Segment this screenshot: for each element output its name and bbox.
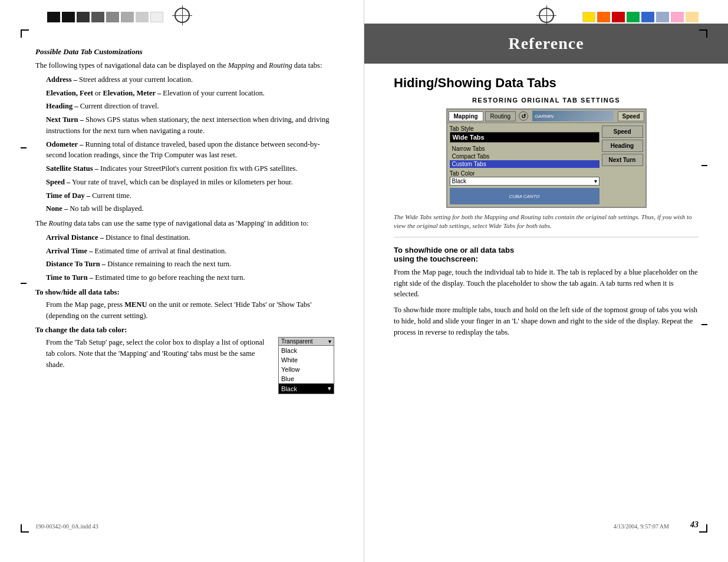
item-heading: Heading – Current direction of travel. [35,101,334,112]
reference-title: Reference [364,34,728,53]
color-text: From the 'Tab Setup' page, select the co… [46,337,272,370]
rbar-7 [671,12,684,22]
touchscreen-para2: To show/hide more multiple tabs, touch a… [394,305,699,338]
device-map-preview: GARMIN [532,111,614,121]
rbar-5 [641,12,654,22]
item-arrival-time: Arrival Time – Estimated time of arrival… [35,246,334,257]
corner-mark-tl [21,29,29,38]
right-main-content: Hiding/Showing Data Tabs RESTORING ORIGI… [394,75,699,338]
rbar-8 [686,12,699,22]
side-mark-right-2 [701,324,707,325]
top-bar-left [47,12,163,22]
caption-text: The Wide Tabs setting for both the Mappi… [394,213,699,231]
divider [394,237,699,237]
rbar-2 [597,12,610,22]
tab-routing: Routing [485,111,516,121]
rbar-6 [656,12,669,22]
tab-color-row: Tab Color Black ▾ [450,170,599,186]
side-mark-right-1 [701,165,707,166]
color-option-black2: Black▾ [279,384,334,394]
color-option-white: White [279,355,334,365]
tab-style-label: Tab Style [450,125,599,132]
option-compact: Compact Tabs [450,153,599,160]
map-strip: CUBA CANTO [450,188,599,204]
reference-header: Reference [364,24,728,64]
left-column: Possible Data Tab Customizations The fol… [0,0,364,562]
tab-style-row: Tab Style Wide Tabs [450,125,599,143]
dropdown-arrow-icon: ▾ [328,338,331,345]
color-option-yellow: Yellow [279,365,334,374]
page-number: 43 [690,520,699,530]
main-heading: Hiding/Showing Data Tabs [394,75,699,91]
map-label: GARMIN [535,114,554,119]
rbar-3 [612,12,625,22]
side-mark-left-2 [21,283,27,284]
footer-right: 4/13/2004, 9:57:07 AM [614,523,669,530]
show-hide-heading: To show/hide all data tabs: [35,288,334,297]
color-val: Black [452,178,466,184]
tab-style-value: Wide Tabs [450,132,599,143]
bar-3 [77,12,90,22]
item-satellite: Satellite Status – Indicates your Street… [35,163,334,174]
item-distance-to-turn: Distance To Turn – Distance remaining to… [35,259,334,270]
item-none: None – No tab will be displayed. [35,203,334,214]
item-time-to-turn: Time to Turn – Estimated time to go befo… [35,272,334,283]
right-tab-next-turn: Next Turn [602,154,643,166]
top-bar-right [582,12,699,22]
item-speed: Speed – Your rate of travel, which can b… [35,177,334,188]
bar-2 [62,12,75,22]
crosshair-icon [174,8,190,23]
rbar-4 [627,12,640,22]
item-elevation: Elevation, Feet or Elevation, Meter – El… [35,88,334,99]
color-dropdown-header: Transparent ▾ [279,338,334,346]
tab-color-value: Black ▾ [450,177,599,186]
intro-text: The following types of navigational data… [35,60,334,71]
device-body: Tab Style Wide Tabs Narrow Tabs Compact … [447,123,645,207]
device-screenshot: Mapping Routing ↺ GARMIN Speed [446,108,647,208]
rbar-1 [582,12,595,22]
tab-mapping: Mapping [449,111,483,121]
item-address: Address – Street address at your current… [35,74,334,85]
touchscreen-para1: From the Map page, touch the individual … [394,267,699,300]
routing-intro: The Routing data tabs can use the same t… [35,218,334,229]
show-hide-text: From the Map page, press MENU on the uni… [35,299,334,322]
section-title: Possible Data Tab Customizations [35,47,334,57]
corner-mark-bl [21,524,29,533]
right-column: Reference Hiding/Showing Data Tabs RESTO… [364,0,728,562]
item-arrival-distance: Arrival Distance – Distance to final des… [35,232,334,243]
bar-4 [91,12,104,22]
speed-tab: Speed [618,111,644,121]
bar-1 [47,12,60,22]
color-option-black: Black [279,346,334,355]
touchscreen-heading: To show/hide one or all data tabsusing t… [394,246,699,263]
device-icon: ↺ [519,111,528,121]
corner-mark-tr [699,29,707,38]
item-time-of-day: Time of Day – Current time. [35,190,334,201]
side-mark-left-1 [21,147,27,148]
device-right-panel: Speed Heading Next Turn [602,125,643,204]
bar-8 [150,12,163,22]
option-custom: Custom Tabs [450,160,599,168]
item-next-turn: Next Turn – Shows GPS status when statio… [35,114,334,137]
option-narrow: Narrow Tabs [450,145,599,153]
left-content-area: Possible Data Tab Customizations The fol… [35,47,334,394]
tab-style-dropdown: Narrow Tabs Compact Tabs Custom Tabs [450,145,599,168]
right-tab-speed: Speed [602,125,643,138]
bar-6 [121,12,134,22]
bar-5 [106,12,119,22]
section-heading: RESTORING ORIGINAL TAB SETTINGS [394,97,699,104]
right-tab-heading: Heading [602,140,643,152]
item-odometer: Odometer – Running total of distance tra… [35,139,334,161]
device-left-panel: Tab Style Wide Tabs Narrow Tabs Compact … [450,125,599,204]
color-heading: To change the data tab color: [35,326,334,335]
map-strip-label: CUBA CANTO [509,194,539,199]
crosshair-right-icon [539,8,554,23]
footer-left: 190-00342-00_0A.indd 43 [35,523,98,530]
device-topbar: Mapping Routing ↺ GARMIN Speed [447,110,645,123]
tab-color-label: Tab Color [450,170,599,177]
dropdown-arrow: ▾ [594,178,597,184]
color-option-blue: Blue [279,374,334,384]
bar-7 [136,12,149,22]
corner-mark-br [699,524,707,533]
color-dropdown-label: Transparent [281,338,313,345]
